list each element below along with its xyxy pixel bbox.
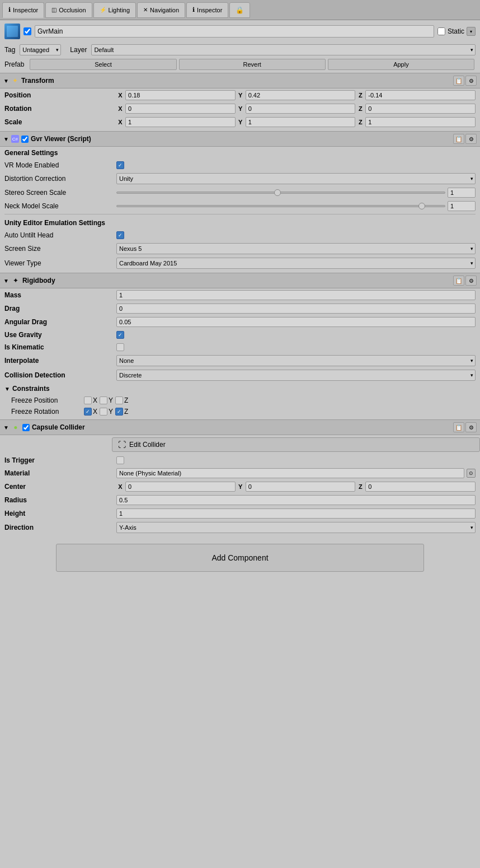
layer-select-wrapper[interactable]: Default	[91, 44, 476, 55]
select-button[interactable]: Select	[30, 59, 176, 70]
add-component-button[interactable]: Add Component	[56, 544, 424, 572]
radius-input[interactable]	[116, 495, 476, 505]
neck-thumb[interactable]	[418, 203, 425, 209]
height-input[interactable]	[116, 508, 476, 519]
screen-size-select[interactable]: Nexus 5	[116, 243, 476, 254]
static-dropdown[interactable]: ▾	[467, 27, 476, 36]
gvr-enabled-checkbox[interactable]	[21, 136, 29, 143]
center-y-input[interactable]	[246, 482, 356, 492]
direction-label: Direction	[4, 524, 116, 531]
freeze-rot-y-checkbox[interactable]	[100, 408, 107, 416]
emulation-settings-label: Unity Editor Emulation Settings	[4, 219, 105, 227]
position-y-input[interactable]	[246, 90, 356, 100]
general-settings-header: General Settings	[4, 147, 476, 159]
viewer-type-select-wrapper[interactable]: Cardboard May 2015	[116, 258, 476, 269]
neck-value-input[interactable]	[448, 201, 476, 211]
static-checkbox[interactable]	[437, 27, 445, 35]
position-x-input[interactable]	[125, 90, 236, 100]
tag-label: Tag	[4, 46, 15, 54]
scale-y-input[interactable]	[246, 117, 356, 127]
gvr-gear-btn[interactable]: ⚙	[465, 134, 477, 144]
viewer-type-row: Viewer Type Cardboard May 2015	[4, 256, 476, 270]
auto-untilt-checkbox[interactable]: ✓	[116, 231, 124, 239]
revert-button[interactable]: Revert	[179, 59, 326, 70]
rotation-y-input[interactable]	[246, 104, 356, 114]
gvr-copy-btn[interactable]: 📋	[453, 134, 464, 144]
material-input[interactable]	[116, 468, 464, 478]
mass-label: Mass	[4, 291, 116, 299]
use-gravity-checkbox[interactable]: ✓	[116, 331, 124, 339]
distortion-select-wrapper[interactable]: Unity None	[116, 173, 476, 184]
rigidbody-copy-btn[interactable]: 📋	[453, 276, 464, 286]
tag-select-wrapper[interactable]: Untagged	[20, 44, 61, 55]
rigidbody-triangle[interactable]: ▼	[3, 278, 9, 284]
interpolate-select[interactable]: None Interpolate Extrapolate	[116, 355, 476, 366]
capsule-enabled-checkbox[interactable]	[22, 424, 30, 431]
rotation-x-input[interactable]	[125, 104, 236, 114]
rigidbody-section-header: ▼ ✦ Rigidbody 📋 ⚙	[0, 273, 480, 288]
freeze-pos-x-checkbox[interactable]	[84, 396, 92, 404]
collision-select-wrapper[interactable]: Discrete Continuous Continuous Dynamic	[116, 370, 476, 381]
gvr-triangle[interactable]: ▼	[3, 136, 9, 142]
collision-select[interactable]: Discrete Continuous Continuous Dynamic	[116, 370, 476, 381]
capsule-copy-btn[interactable]: 📋	[453, 422, 464, 432]
transform-gear-btn[interactable]: ⚙	[465, 76, 477, 86]
rigidbody-gear-btn[interactable]: ⚙	[465, 276, 477, 286]
mass-input[interactable]	[116, 290, 476, 300]
transform-icon: ✦	[11, 77, 19, 85]
freeze-rotation-checks: ✓ X Y ✓ Z	[84, 408, 128, 416]
material-pick-button[interactable]: ⊙	[467, 469, 476, 478]
tab-inspector-1[interactable]: ℹ Inspector	[2, 2, 44, 18]
rotation-z-input[interactable]	[365, 104, 476, 114]
freeze-pos-y-checkbox[interactable]	[100, 396, 107, 404]
freeze-position-row: Freeze Position X Y Z	[11, 395, 476, 406]
direction-select-wrapper[interactable]: Y-Axis X-Axis Z-Axis	[116, 522, 476, 533]
distortion-select[interactable]: Unity None	[116, 173, 476, 184]
auto-untilt-label: Auto Untilt Head	[4, 231, 116, 239]
capsule-triangle[interactable]: ▼	[3, 424, 9, 431]
interpolate-select-wrapper[interactable]: None Interpolate Extrapolate	[116, 355, 476, 366]
center-z-input[interactable]	[365, 482, 476, 492]
center-x-input[interactable]	[125, 482, 236, 492]
tab-navigation[interactable]: ✕ Navigation	[137, 2, 185, 18]
vr-mode-row: VR Mode Enabled ✓	[4, 159, 476, 171]
scale-z-input[interactable]	[365, 117, 476, 127]
rigidbody-icon: ✦	[11, 276, 20, 285]
transform-copy-btn[interactable]: 📋	[453, 76, 464, 86]
screen-size-select-wrapper[interactable]: Nexus 5	[116, 243, 476, 254]
tab-occlusion[interactable]: ◫ Occlusion	[45, 2, 92, 18]
object-name-input[interactable]	[35, 25, 434, 38]
tab-lock[interactable]: 🔒	[229, 2, 250, 18]
tab-lighting[interactable]: ⚡ Lighting	[93, 2, 137, 18]
position-z-input[interactable]	[365, 90, 476, 100]
vr-mode-checkbox[interactable]: ✓	[116, 161, 124, 169]
interpolate-label: Interpolate	[4, 357, 116, 365]
freeze-rot-z-checkbox[interactable]: ✓	[115, 408, 123, 416]
constraints-triangle[interactable]: ▼	[4, 386, 10, 392]
freeze-position-label: Freeze Position	[11, 396, 84, 404]
static-row: Static ▾	[437, 27, 476, 36]
angular-drag-label: Angular Drag	[4, 318, 116, 326]
viewer-type-select[interactable]: Cardboard May 2015	[116, 258, 476, 269]
is-trigger-checkbox[interactable]	[116, 456, 124, 464]
stereo-thumb[interactable]	[274, 189, 281, 196]
stereo-value-input[interactable]	[448, 188, 476, 198]
tab-inspector-2[interactable]: ℹ Inspector	[186, 2, 228, 18]
drag-input[interactable]	[116, 304, 476, 314]
edit-collider-button[interactable]: ⛶ Edit Collider	[112, 437, 480, 452]
tab-navigation-label: Navigation	[150, 7, 179, 13]
tag-select[interactable]: Untagged	[20, 44, 61, 55]
transform-triangle[interactable]: ▼	[3, 78, 9, 84]
freeze-rot-x-checkbox[interactable]: ✓	[84, 408, 92, 416]
layer-select[interactable]: Default	[91, 44, 476, 55]
tab-inspector-1-label: Inspector	[13, 7, 38, 13]
scale-x-input[interactable]	[125, 117, 236, 127]
angular-drag-input[interactable]	[116, 317, 476, 327]
apply-button[interactable]: Apply	[328, 59, 474, 70]
height-value	[116, 508, 476, 519]
is-kinematic-checkbox[interactable]	[116, 343, 124, 351]
object-enabled-checkbox[interactable]	[23, 27, 31, 35]
freeze-pos-z-checkbox[interactable]	[115, 396, 123, 404]
direction-select[interactable]: Y-Axis X-Axis Z-Axis	[116, 522, 476, 533]
capsule-gear-btn[interactable]: ⚙	[465, 422, 477, 432]
